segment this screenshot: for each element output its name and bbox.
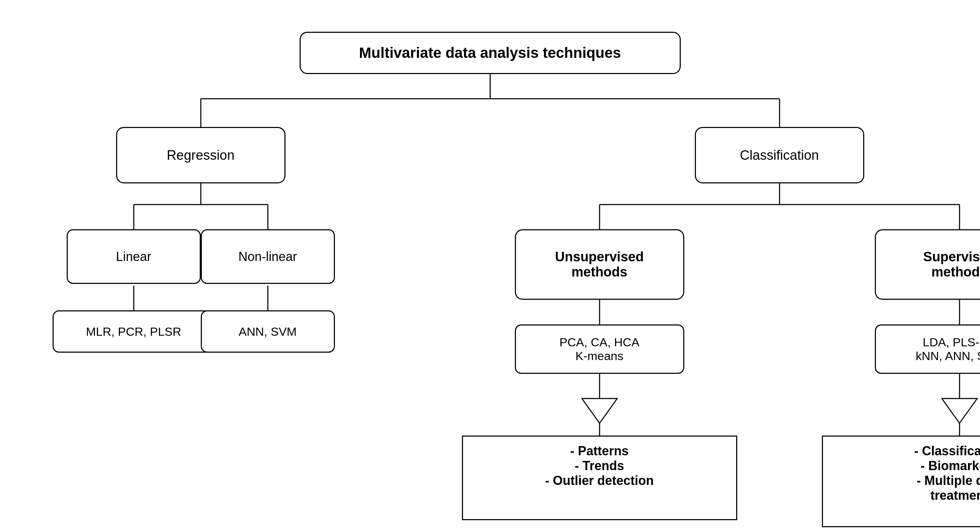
classif-result-node: - Classification - Biomarkers - Multiple…: [822, 435, 980, 527]
classification-label: Classification: [740, 148, 819, 163]
regression-node: Regression: [116, 127, 285, 183]
unsupervised-node: Unsupervised methods: [515, 229, 684, 300]
supervised-label: Supervised methods: [923, 249, 980, 280]
diagram: Multivariate data analysis techniques Re…: [32, 17, 949, 512]
lda-label: LDA, PLS-DA kNN, ANN, SVM: [916, 335, 980, 363]
pca-node: PCA, CA, HCA K-means: [515, 324, 684, 374]
regression-label: Regression: [167, 148, 234, 163]
lda-node: LDA, PLS-DA kNN, ANN, SVM: [875, 324, 980, 374]
patterns-label: - Patterns - Trends - Outlier detection: [545, 444, 654, 488]
linear-node: Linear: [67, 229, 201, 284]
root-node: Multivariate data analysis techniques: [300, 32, 681, 74]
patterns-node: - Patterns - Trends - Outlier detection: [462, 435, 737, 520]
unsupervised-label: Unsupervised methods: [555, 249, 644, 280]
ann-svm-label: ANN, SVM: [239, 325, 296, 338]
svg-marker-17: [582, 399, 617, 423]
svg-marker-20: [942, 399, 977, 423]
pca-label: PCA, CA, HCA K-means: [559, 335, 640, 363]
classif-result-label: - Classification - Biomarkers - Multiple…: [914, 444, 980, 503]
supervised-node: Supervised methods: [875, 229, 980, 300]
classification-node: Classification: [695, 127, 864, 183]
mlr-node: MLR, PCR, PLSR: [52, 310, 215, 353]
ann-svm-node: ANN, SVM: [201, 310, 335, 353]
mlr-label: MLR, PCR, PLSR: [86, 325, 181, 338]
nonlinear-node: Non-linear: [201, 229, 335, 284]
linear-label: Linear: [116, 249, 151, 264]
nonlinear-label: Non-linear: [238, 249, 297, 264]
root-label: Multivariate data analysis techniques: [359, 44, 621, 61]
